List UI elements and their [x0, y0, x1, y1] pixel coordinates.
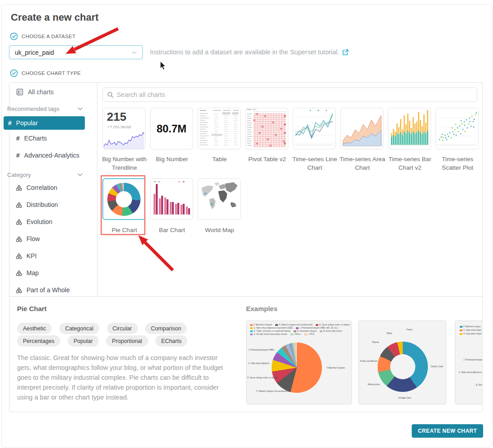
donut-slice-label: Trucks and Buses	[360, 360, 378, 362]
sidebar-item-advanced-analytics[interactable]: # Advanced-Analytics	[16, 152, 79, 159]
panel-divider	[9, 296, 483, 297]
donut-slice-label: Classic Cars	[431, 365, 443, 368]
dataset-step-header: CHOOSE A DATASET	[10, 32, 75, 40]
sidebar-item-correlation[interactable]: Correlation	[16, 184, 57, 191]
example-legend: F. Bachelor's degree H. Master's degree …	[250, 324, 351, 335]
hash-icon: #	[8, 119, 12, 127]
chart-card-big-number-trendline[interactable]: 215 +7.0% WoW	[102, 108, 145, 149]
area-chart-thumbnail	[341, 108, 383, 149]
example-donut	[378, 342, 428, 392]
chart-search	[102, 88, 477, 102]
category-icon	[16, 185, 22, 191]
examples-row: F. Bachelor's degree H. Master's degree …	[246, 321, 482, 405]
category-icon	[16, 236, 22, 242]
category-icon	[16, 287, 22, 293]
pie-slice-label: E. Some college credit, no degree	[247, 377, 278, 379]
check-circle-icon	[10, 69, 18, 77]
selected-chart-title: Pie Chart	[17, 305, 47, 312]
scatter-plot-thumbnail	[436, 108, 478, 149]
chart-label: Time-series Area Chart	[339, 155, 386, 172]
sidebar-item-kpi[interactable]: KPI	[16, 252, 37, 259]
search-icon	[107, 92, 114, 98]
chart-card-pivot-table[interactable]	[245, 108, 288, 149]
example-pie	[272, 343, 322, 393]
donut-slice-label: Trains	[406, 328, 413, 331]
chart-label: Bar Chart	[148, 226, 196, 234]
sidebar-item-distribution[interactable]: Distribution	[16, 201, 58, 208]
tag-pill: Circular	[107, 323, 138, 334]
sidebar-item-map[interactable]: Map	[16, 269, 39, 277]
line-chart-thumbnail	[293, 108, 335, 149]
chart-card-table[interactable]	[198, 108, 241, 149]
tag-pill: ECharts	[155, 335, 187, 347]
example-donut-card: Trains Ships Planes Trucks and Buses Mot…	[358, 321, 446, 404]
chart-card-ts-bar[interactable]	[388, 108, 431, 149]
hash-icon: #	[16, 135, 20, 142]
pie-slice-label: H. Master's degree (non-professional)	[256, 390, 290, 392]
create-chart-page: Create a new chart CHOOSE A DATASET uk_p…	[0, 0, 493, 448]
chevron-down-icon	[132, 51, 137, 54]
chart-label: Time-series Scatter Plot	[434, 155, 481, 172]
chart-card-bar[interactable]	[150, 178, 193, 220]
chart-type-step-header: CHOOSE CHART TYPE	[10, 69, 81, 77]
ballot-icon	[16, 88, 23, 96]
pie-slice-label: C. High school diploma or eq	[459, 371, 482, 373]
pivot-table-thumbnail	[246, 108, 288, 149]
sidebar-item-evolution[interactable]: Evolution	[16, 218, 53, 225]
dataset-select-value: uk_price_paid	[15, 49, 54, 56]
dataset-step-label: CHOOSE A DATASET	[22, 34, 75, 39]
big-number-value: 80.7M	[150, 108, 193, 149]
chart-card-ts-area[interactable]	[340, 108, 383, 149]
chevron-down-icon	[78, 107, 83, 110]
tag-pill: Popular	[68, 335, 99, 347]
pie-slice-label: F. Bachelor's degree	[326, 367, 345, 369]
dataset-help-text: Instructions to add a dataset are availa…	[150, 48, 349, 56]
donut-slice-label: Motorcycles	[368, 383, 380, 386]
pie-slice-label: J. Professional degree (MBA...	[248, 349, 276, 351]
category-icon	[16, 202, 22, 208]
chart-label: Table	[196, 155, 243, 163]
example-pie-card: F. Bachelor's degree H. Master's degree …	[246, 321, 352, 404]
chart-label: Time-series Line Chart	[291, 155, 339, 172]
category-header[interactable]: Category	[7, 171, 83, 178]
page-title: Create a new chart	[11, 12, 99, 23]
chart-card-big-number[interactable]: 80.7M	[150, 108, 193, 149]
chart-card-ts-scatter[interactable]	[436, 108, 479, 149]
chart-label: Big Number with Trendline	[101, 155, 148, 172]
bar-chart-thumbnail	[388, 108, 431, 149]
sidebar-item-label: All charts	[28, 88, 54, 96]
pie-slice-label: J. Professional degree (M	[463, 359, 482, 361]
chevron-down-icon	[78, 173, 83, 176]
chart-label: Pie Chart	[101, 226, 148, 234]
recommended-tags-header[interactable]: Recommended tags	[7, 105, 83, 112]
donut-slice-label: Ships	[387, 332, 392, 334]
chart-description: The classic. Great for showing how much …	[17, 353, 230, 402]
tag-pill: Percentages	[17, 335, 60, 347]
chart-label: Pivot Table v2	[243, 155, 291, 163]
tag-row-2: Percentages Popular Proportional ECharts	[17, 335, 228, 347]
chart-card-world-map[interactable]	[198, 178, 241, 220]
chart-card-ts-line[interactable]	[293, 108, 336, 149]
chart-card-pie[interactable]	[102, 178, 145, 220]
sidebar-item-flow[interactable]: Flow	[16, 235, 40, 242]
chart-label: Time-series Bar Chart v2	[386, 155, 434, 172]
search-input[interactable]	[117, 91, 472, 98]
category-icon	[16, 270, 22, 276]
pie-slice-label: C. High school diploma ...	[248, 362, 271, 365]
examples-title: Examples	[246, 305, 277, 312]
sidebar-item-part-of-a-whole[interactable]: Part of a Whole	[16, 286, 70, 294]
sidebar-item-all-charts[interactable]: All charts	[16, 88, 54, 96]
tag-pill: Categorical	[59, 323, 99, 334]
pie-slice-label: E. Some college	[476, 384, 482, 386]
sidebar-item-popular[interactable]: # Popular	[4, 116, 85, 130]
hash-icon: #	[16, 152, 20, 159]
pie-chart-thumbnail	[107, 183, 141, 216]
external-link-icon[interactable]	[342, 49, 349, 56]
chart-label: Big Number	[148, 155, 196, 163]
create-new-chart-button[interactable]: CREATE NEW CHART	[412, 424, 483, 438]
example-pie-card-2: F. Bachelor's degre C. High school diplo…	[455, 321, 482, 404]
big-number-value: 215	[107, 110, 126, 124]
sidebar-item-echarts[interactable]: # ECharts	[16, 135, 47, 142]
donut-slice-label: Vintage Cars	[398, 396, 411, 399]
dataset-select[interactable]: uk_price_paid	[9, 45, 143, 59]
